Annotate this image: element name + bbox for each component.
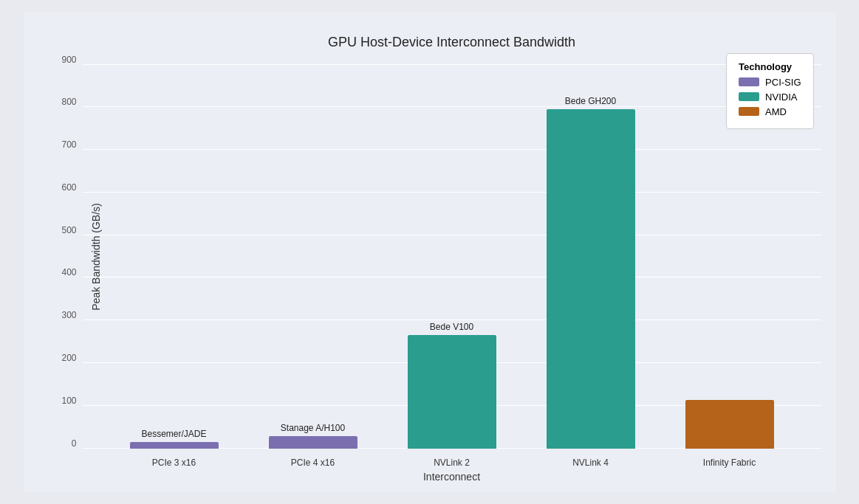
x-tick-pcie4: PCIe 4 x16 (269, 458, 357, 468)
bar-infinity (685, 400, 774, 448)
legend-color-nvidia (739, 92, 759, 101)
bar-pcie3: Bessemer/JADE (130, 442, 219, 448)
legend-item-nvidia: NVIDIA (739, 92, 801, 103)
legend-item-amd: AMD (739, 106, 801, 117)
chart-container: GPU Host-Device Interconnect Bandwidth P… (24, 13, 836, 492)
bar-nvlink4: Bede GH200 (547, 109, 635, 449)
legend-label-pci-sig: PCI-SIG (765, 77, 801, 88)
legend-color-amd (739, 107, 759, 116)
legend-label-nvidia: NVIDIA (765, 92, 797, 103)
legend-item-pci-sig: PCI-SIG (739, 77, 801, 88)
bar-label-pcie3: Bessemer/JADE (141, 429, 206, 439)
x-axis: PCIe 3 x16PCIe 4 x16NVLink 2NVLink 4Infi… (83, 452, 821, 468)
bar-group-infinity (685, 400, 774, 448)
legend-items: PCI-SIGNVIDIAAMD (739, 77, 801, 117)
legend-label-amd: AMD (765, 106, 787, 117)
chart-area: Peak Bandwidth (GB/s) 010020030040050060… (83, 65, 821, 449)
x-tick-pcie3: PCIe 3 x16 (130, 458, 219, 468)
x-tick-nvlink4: NVLink 4 (547, 458, 635, 468)
bar-label-nvlink4: Bede GH200 (565, 96, 616, 106)
bar-group-pcie3: Bessemer/JADE (130, 442, 219, 448)
bar-nvlink2: Bede V100 (408, 335, 496, 448)
x-tick-nvlink2: NVLink 2 (408, 458, 496, 468)
bar-group-nvlink2: Bede V100 (408, 335, 496, 448)
legend-title: Technology (739, 61, 801, 72)
x-axis-label: Interconnect (83, 471, 821, 483)
bars-container: Bessemer/JADEStanage A/H100Bede V100Bede… (83, 65, 821, 449)
bar-label-nvlink2: Bede V100 (430, 322, 473, 332)
x-tick-infinity: Infinity Fabric (685, 458, 774, 468)
plot-area: 0100200300400500600700800900 Bessemer/JA… (83, 65, 821, 449)
bar-group-pcie4: Stanage A/H100 (269, 436, 357, 448)
bar-label-pcie4: Stanage A/H100 (281, 423, 345, 433)
chart-title: GPU Host-Device Interconnect Bandwidth (83, 35, 821, 50)
legend: Technology PCI-SIGNVIDIAAMD (726, 53, 813, 129)
bar-group-nvlink4: Bede GH200 (547, 109, 635, 449)
bar-pcie4: Stanage A/H100 (269, 436, 357, 448)
legend-color-pci-sig (739, 77, 759, 86)
